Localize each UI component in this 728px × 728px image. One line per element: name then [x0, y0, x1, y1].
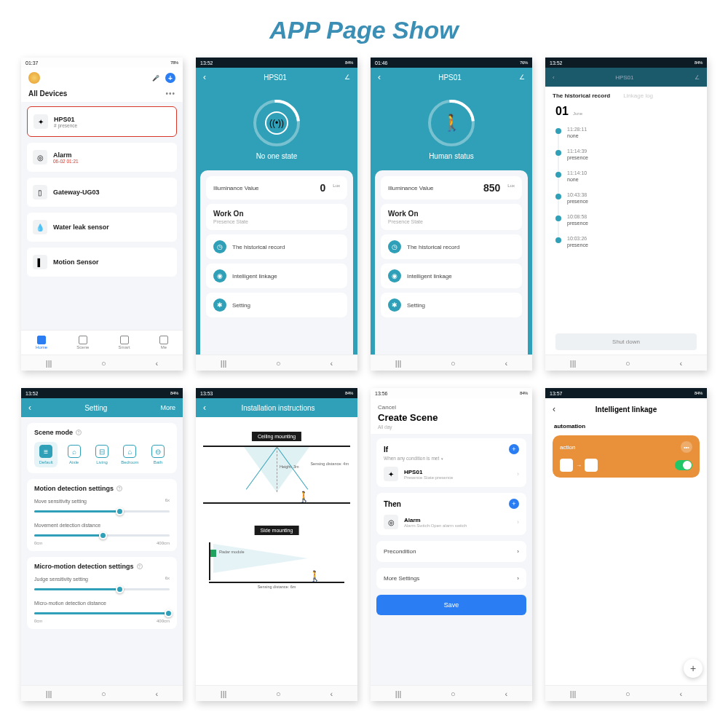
shutdown-button[interactable]: Shut down	[555, 333, 697, 350]
history-link[interactable]: ◷The historical record	[381, 234, 522, 259]
ceiling-label: Ceiling mounting	[252, 432, 301, 441]
add-condition-button[interactable]: +	[509, 444, 519, 454]
list-icon: ≡	[39, 445, 52, 458]
device-waterleak[interactable]: 💧 Water leak sensor	[27, 213, 177, 242]
toggle-switch[interactable]	[675, 460, 692, 470]
dist-min: 0cm	[34, 541, 42, 545]
more-settings-link[interactable]: More Settings›	[376, 568, 526, 589]
scene-aisle[interactable]: ⌕Aisle	[62, 442, 85, 467]
sense-anno: Sensing distance: 4m	[310, 462, 349, 466]
more-icon[interactable]: •••	[165, 90, 175, 98]
bottom-nav: Home Scene Smart Me	[21, 330, 183, 355]
history-row: 11:28:11none	[555, 124, 697, 146]
tab-linkage-log[interactable]: Linkage log	[623, 92, 653, 99]
edit-icon[interactable]: ∠	[344, 74, 350, 81]
device-alarm[interactable]: ◎ Alarm 06-02 01:21	[27, 143, 177, 172]
cancel-link[interactable]: Cancel	[378, 404, 396, 411]
add-action-button[interactable]: +	[509, 499, 519, 509]
android-nav: |||○‹	[371, 685, 532, 701]
header-dim: ‹ HPS01 ∠	[545, 68, 707, 87]
screen-create-scene: 13:56 84% Cancel Create Scene All day If…	[371, 388, 532, 701]
android-nav: |||○‹	[196, 355, 357, 371]
device-gateway[interactable]: ▯ Gateway-UG03	[27, 178, 177, 207]
back-icon[interactable]: ‹	[203, 72, 206, 82]
help-icon[interactable]: ?	[76, 430, 82, 435]
nav-scene[interactable]: Scene	[76, 336, 89, 349]
chevron-right-icon: ›	[517, 575, 519, 582]
status-battery: 78%	[170, 60, 178, 65]
screens-grid: 01:37 78% 🎤 + All Devices ••• ✦ HPS01 # …	[0, 58, 728, 701]
tab-history[interactable]: The historical record	[553, 92, 610, 99]
scene-bath[interactable]: ⊖Bath	[146, 442, 170, 467]
timeline-dot-icon	[555, 194, 561, 199]
scene-living[interactable]: ⊟Living	[90, 442, 114, 467]
screen-history: 13:52 84% ‹ HPS01 ∠ The historical recor…	[545, 58, 707, 371]
history-row: 10:43:38presence	[555, 189, 697, 211]
back-icon[interactable]: ‹	[553, 74, 555, 81]
back-icon[interactable]: ‹	[28, 403, 31, 413]
scene-default[interactable]: ≡Default	[34, 442, 58, 467]
motion-icon: ▌	[33, 255, 47, 269]
nav-smart[interactable]: Smart	[119, 336, 130, 349]
gear-icon: ✱	[388, 298, 401, 312]
action-card[interactable]: action ••• →	[553, 435, 700, 478]
help-icon[interactable]: ?	[116, 486, 122, 491]
setting-link[interactable]: ✱Setting	[206, 293, 347, 317]
back-icon[interactable]: ‹	[378, 72, 381, 82]
device-motion[interactable]: ▌ Motion Sensor	[27, 248, 177, 277]
arrow-right-icon: →	[576, 462, 582, 469]
help-icon[interactable]: ?	[137, 563, 143, 569]
linkage-link[interactable]: ◉Intelligent linkage	[381, 264, 522, 288]
chevron-right-icon: ›	[517, 518, 519, 526]
save-button[interactable]: Save	[376, 595, 526, 615]
state-label: Human status	[429, 152, 474, 160]
header: ‹ HPS01 ∠	[371, 68, 532, 87]
more-link[interactable]: More	[160, 404, 175, 411]
edit-icon[interactable]: ∠	[695, 74, 700, 81]
back-icon[interactable]: ‹	[203, 403, 206, 413]
back-icon[interactable]: ‹	[553, 404, 555, 414]
precondition-link[interactable]: Precondition›	[376, 541, 526, 562]
then-device[interactable]: ◎ AlarmAlarm Switch:Open alarm switch ›	[384, 515, 519, 529]
more-icon[interactable]: •••	[681, 441, 692, 453]
move-dist-label: Movement detection distance	[34, 523, 100, 528]
alarm-icon: ◎	[384, 515, 398, 529]
sense-anno: Sensing distance: 6m	[258, 585, 296, 589]
status-time: 13:53	[200, 391, 213, 396]
move-sens-slider[interactable]	[34, 506, 170, 516]
walking-person-icon: 🚶	[440, 111, 463, 135]
move-dist-slider[interactable]	[34, 530, 170, 540]
state-label: No one state	[256, 152, 298, 160]
status-time: 13:52	[550, 60, 563, 66]
edit-icon[interactable]: ∠	[519, 74, 525, 81]
person-icon: 🚶	[309, 570, 321, 582]
status-bar: 01:37 78%	[21, 58, 183, 68]
status-time: 13:57	[550, 391, 563, 396]
status-circle: ((•)) No one state	[196, 87, 357, 170]
linkage-link[interactable]: ◉Intelligent linkage	[206, 264, 347, 288]
header: ‹ HPS01 ∠	[196, 68, 357, 87]
all-devices-title: All Devices	[28, 90, 67, 98]
illum-label: Illuminance Value	[388, 185, 478, 191]
avatar-icon[interactable]	[28, 72, 40, 84]
if-device[interactable]: ✦ HPS01Presence State:presence ›	[384, 467, 519, 481]
micro-dist-slider[interactable]	[34, 608, 170, 618]
device-hps01[interactable]: ✦ HPS01 # presence	[27, 106, 177, 137]
scene-bedroom[interactable]: ⌂Bedroom	[118, 442, 141, 467]
micro-title: Micro-motion detection settings	[34, 563, 134, 570]
add-fab[interactable]: +	[684, 659, 703, 678]
side-block: Side mounting 🚶 Radar module Sensing dis…	[203, 526, 350, 583]
mic-icon[interactable]: 🎤	[152, 75, 159, 82]
screen-installation: 13:53 84% ‹ Installation instructions Ce…	[196, 388, 357, 701]
setting-link[interactable]: ✱Setting	[381, 293, 522, 317]
nav-home[interactable]: Home	[36, 336, 47, 349]
workon-title: Work On	[213, 210, 243, 218]
if-sub[interactable]: When any condition is met	[384, 456, 519, 461]
workon-title: Work On	[388, 210, 418, 218]
nav-me[interactable]: Me	[159, 336, 168, 349]
screen-setting: 13:52 84% ‹ Setting More Scene mode? ≡De…	[21, 388, 183, 701]
add-button[interactable]: +	[165, 73, 175, 83]
month: June	[573, 111, 582, 116]
judge-sens-slider[interactable]	[34, 584, 170, 594]
history-link[interactable]: ◷The historical record	[206, 234, 347, 259]
